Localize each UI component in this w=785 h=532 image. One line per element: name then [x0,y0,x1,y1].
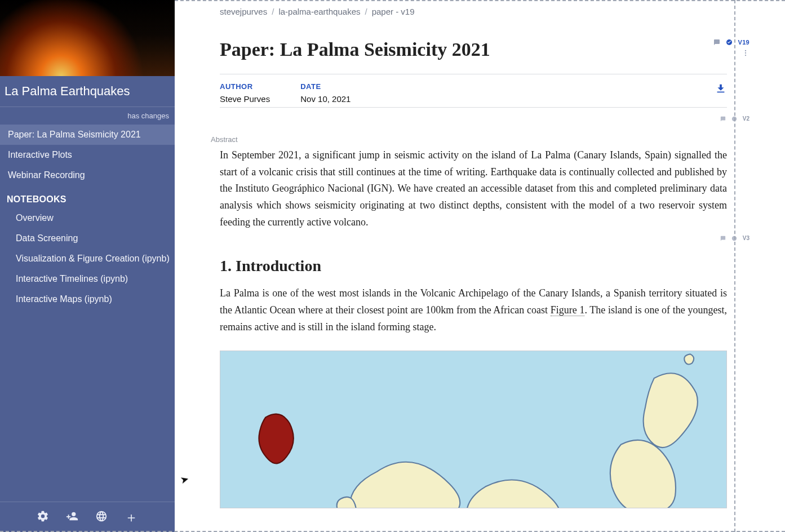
comment-icon[interactable] [720,236,726,241]
svg-point-5 [732,236,737,241]
block-annotation: V2 [220,116,749,122]
comment-icon[interactable] [720,116,726,122]
sidebar-footer: ＋ [0,502,175,532]
svg-point-1 [745,50,746,51]
author-name: Steve Purves [220,94,270,104]
date-label: DATE [300,82,351,91]
figure-1-map [220,351,727,508]
block-version[interactable]: V2 [743,116,749,122]
notebook-timelines[interactable]: Interactive Timelines (ipynb) [0,269,175,289]
abstract-text: In September 2021, a significant jump in… [220,147,727,230]
divider [220,74,727,74]
download-icon[interactable] [715,82,727,97]
notebook-maps[interactable]: Interactive Maps (ipynb) [0,289,175,309]
sidebar: La Palma Earthquakes has changes Paper: … [0,0,175,532]
share-person-icon[interactable] [66,510,78,525]
breadcrumb-sep-icon: / [272,7,274,16]
intro-paragraph: La Palma is one of the west most islands… [220,285,727,335]
nav-item-webinar[interactable]: Webinar Recording [0,165,175,185]
version-badge[interactable]: V19 [738,39,749,46]
author-label: AUTHOR [220,82,270,91]
notebook-data-screening[interactable]: Data Screening [0,228,175,249]
block-version[interactable]: V3 [743,235,749,241]
gear-icon[interactable] [37,510,49,525]
check-icon[interactable] [731,116,737,122]
meta-row: AUTHOR Steve Purves DATE Nov 10, 2021 [220,82,727,104]
svg-point-3 [745,55,746,56]
globe-icon[interactable] [95,510,108,525]
abstract-label: Abstract [211,135,727,144]
nav-section-notebooks: NOTEBOOKS [0,185,175,208]
comment-icon[interactable] [713,39,720,46]
check-badge-icon[interactable] [726,39,733,46]
check-icon[interactable] [731,236,737,241]
date-value: Nov 10, 2021 [300,94,351,104]
breadcrumb-sep-icon: / [365,7,367,16]
notebook-list: Overview Data Screening Visualization & … [0,208,175,309]
project-title[interactable]: La Palma Earthquakes [0,76,175,107]
breadcrumb: stevejpurves / la-palma-earthquakes / pa… [220,5,727,39]
more-menu-icon[interactable] [742,49,749,59]
date-block: DATE Nov 10, 2021 [300,82,351,104]
author-block: AUTHOR Steve Purves [220,82,270,104]
notebook-overview[interactable]: Overview [0,208,175,228]
notebook-visualization[interactable]: Visualization & Figure Creation (ipynb) [0,249,175,269]
divider [220,107,727,108]
project-hero-image [0,0,175,76]
main-content: stevejpurves / la-palma-earthquakes / pa… [175,0,785,532]
breadcrumb-project[interactable]: la-palma-earthquakes [278,7,360,16]
breadcrumb-paper[interactable]: paper - v19 [372,7,415,16]
svg-point-2 [745,52,746,54]
breadcrumb-user[interactable]: stevejpurves [220,7,267,16]
page-title: Paper: La Palma Seismicity 2021 [220,39,490,60]
changes-status: has changes [0,107,175,125]
nav-item-interactive-plots[interactable]: Interactive Plots [0,145,175,165]
figure-ref-link[interactable]: Figure 1 [551,304,585,316]
svg-point-4 [732,116,737,121]
nav-list: Paper: La Palma Seismicity 2021 Interact… [0,125,175,185]
plus-icon[interactable]: ＋ [125,511,138,524]
section-1-heading: 1. Introduction [220,257,727,275]
block-annotation: V3 [220,235,749,241]
nav-item-paper[interactable]: Paper: La Palma Seismicity 2021 [0,125,175,145]
version-controls: V19 [713,39,749,59]
